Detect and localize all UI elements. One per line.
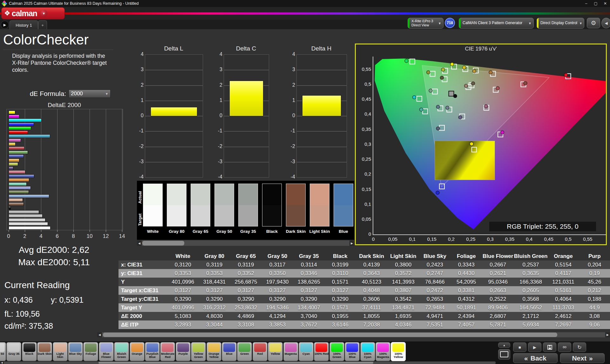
collapse-toolbar-button[interactable]: ▲: [498, 342, 510, 348]
pattern-label: Green: [237, 352, 252, 355]
scroll-left-icon[interactable]: ◀: [137, 240, 142, 246]
table-cell: 138,6265: [293, 278, 325, 286]
pattern-button-purplish-blue[interactable]: Purplish Blue: [145, 342, 160, 361]
pattern-button-100-magenta[interactable]: 100% Magenta: [376, 342, 390, 361]
target-swatch: [215, 205, 234, 226]
pattern-button-gray-35[interactable]: Gray 35: [6, 342, 21, 361]
axis-tick: [122, 230, 122, 232]
meter-dropdown[interactable]: X-Rite i1Pro 3 Direct View ▼: [408, 18, 444, 29]
deltae-bar: [9, 166, 13, 170]
pattern-button-blue-flower[interactable]: Blue Flower: [99, 342, 114, 361]
pattern-button-orange[interactable]: Orange: [130, 342, 145, 361]
pattern-button-gray-50[interactable]: Gray 50: [0, 342, 6, 361]
x-tick-label: 14: [117, 233, 127, 239]
table-cell: 3,7672: [293, 320, 325, 329]
x-tick-label: 0: [365, 236, 381, 242]
scrollbar-thumb[interactable]: [98, 362, 373, 364]
table-cell: 0,4048: [356, 286, 388, 295]
patch-label: Gray 50: [212, 229, 237, 234]
column-header: White: [167, 252, 199, 260]
x-tick-label: 6: [52, 233, 62, 239]
pattern-button-blue-sky[interactable]: Blue Sky: [68, 342, 83, 361]
pattern-window-button[interactable]: [498, 349, 510, 360]
pattern-button-yellow-green[interactable]: Yellow Green: [191, 342, 206, 361]
deltae-bar: [9, 202, 24, 206]
minimize-button[interactable]: –: [581, 0, 591, 7]
table-cell: 253,8632: [230, 303, 261, 312]
color-patch: [262, 184, 282, 226]
pattern-label: Bluish Green: [114, 352, 129, 359]
meter-count-badge[interactable]: 718: [445, 18, 455, 28]
tab-history-1[interactable]: History 1: [10, 20, 38, 30]
table-cell: 95,0346: [482, 278, 514, 286]
pattern-button-red[interactable]: Red: [253, 342, 268, 361]
table-cell: 0,3127: [293, 286, 325, 295]
table-cell: 0,3635: [514, 269, 548, 278]
avg-de2000: Avg dE2000: 2,62: [0, 244, 108, 256]
calman-menu-button[interactable]: ❖ calman ▼: [1, 7, 65, 19]
pattern-button-100-cyan[interactable]: 100% Cyan: [360, 342, 375, 361]
pattern-button-green[interactable]: Green: [237, 342, 252, 361]
axis-tick: [57, 230, 58, 232]
pattern-button-yellow[interactable]: Yellow: [268, 342, 283, 361]
add-tab-button[interactable]: +: [38, 20, 47, 30]
maximize-button[interactable]: ▢: [591, 0, 600, 7]
pattern-button-100-yellow[interactable]: 100% Yellow: [391, 342, 406, 361]
page-description: Display analysis is performed with the X…: [12, 53, 111, 74]
table-cell: 7,2038: [356, 320, 388, 329]
table-cell: 0,4312: [451, 295, 482, 303]
pattern-button-dark-skin[interactable]: Dark Skin: [37, 342, 52, 361]
column-header: Blue Flower: [482, 252, 514, 260]
save-snapshot-button[interactable]: [543, 342, 556, 352]
loop-button[interactable]: ↻: [573, 342, 586, 352]
display-control-dropdown[interactable]: Direct Display Control ▼: [537, 18, 584, 29]
scroll-right-icon[interactable]: ▶: [349, 240, 354, 246]
tab-scroll-button[interactable]: ▶: [1, 21, 9, 29]
gridline: [122, 109, 122, 230]
delta-chart-title: Delta C: [224, 45, 268, 52]
measured-dot-marker: [453, 94, 457, 98]
deltae-bar: [9, 162, 18, 166]
play-button[interactable]: ▶: [528, 342, 541, 352]
pattern-button-light-skin[interactable]: Light Skin: [53, 342, 68, 361]
pattern-button-black[interactable]: Black: [22, 342, 37, 361]
collapse-panel-button[interactable]: ◀: [601, 18, 610, 28]
gridline: [145, 162, 203, 162]
toolbar-scrollbar[interactable]: ◀: [0, 361, 496, 364]
close-button[interactable]: ✕: [600, 0, 610, 7]
target-swatch: [310, 205, 329, 226]
pattern-button-foliage[interactable]: Foliage: [83, 342, 98, 361]
table-cell: 0,2621: [482, 269, 514, 278]
scrollbar-thumb[interactable]: [142, 241, 184, 246]
pattern-label: Light Skin: [53, 352, 67, 359]
pattern-button-moderate-red[interactable]: Moderate Red: [160, 342, 175, 361]
pattern-button-bluish-green[interactable]: Bluish Green: [114, 342, 129, 361]
pattern-button-magenta[interactable]: Magenta: [283, 342, 298, 361]
swatch-strip-scrollbar[interactable]: ◀ ▶: [137, 240, 354, 246]
de-formula-select[interactable]: 2000 ▼: [69, 90, 111, 98]
table-scrollbar[interactable]: ◀ ▶: [97, 332, 610, 337]
pattern-button-cyan[interactable]: Cyan: [299, 342, 314, 361]
continuous-measure-button[interactable]: ∞: [558, 342, 571, 352]
pattern-button-purple[interactable]: Purple: [176, 342, 191, 361]
stop-button[interactable]: ■: [513, 342, 526, 352]
chevron-up-icon: ▲: [503, 344, 506, 347]
table-cell: 0,3568: [514, 295, 548, 303]
table-cell: 5,6934: [514, 320, 548, 329]
pattern-button-orange-yellow[interactable]: Orange Yellow: [207, 342, 221, 361]
table-cell: 164,5652: [514, 303, 548, 312]
next-button[interactable]: Next »: [560, 353, 605, 363]
pattern-generator-dropdown[interactable]: CalMAN Client 3 Pattern Generator ▼: [459, 18, 534, 29]
back-button[interactable]: « Back: [513, 353, 558, 363]
deltae-bar: [9, 222, 48, 226]
scrollbar-thumb[interactable]: [103, 333, 557, 337]
scroll-left-icon[interactable]: ◀: [0, 361, 4, 364]
pattern-button-100-green[interactable]: 100% Green: [329, 342, 344, 361]
gridline: [224, 131, 269, 131]
scroll-left-icon[interactable]: ◀: [97, 332, 102, 337]
pattern-button-100-red[interactable]: 100% Red: [314, 342, 329, 361]
pattern-button-100-blue[interactable]: 100% Blue: [345, 342, 360, 361]
settings-button[interactable]: ⚙: [587, 18, 600, 28]
pattern-button-blue[interactable]: Blue: [222, 342, 237, 361]
scroll-right-icon[interactable]: ▶: [605, 332, 610, 337]
